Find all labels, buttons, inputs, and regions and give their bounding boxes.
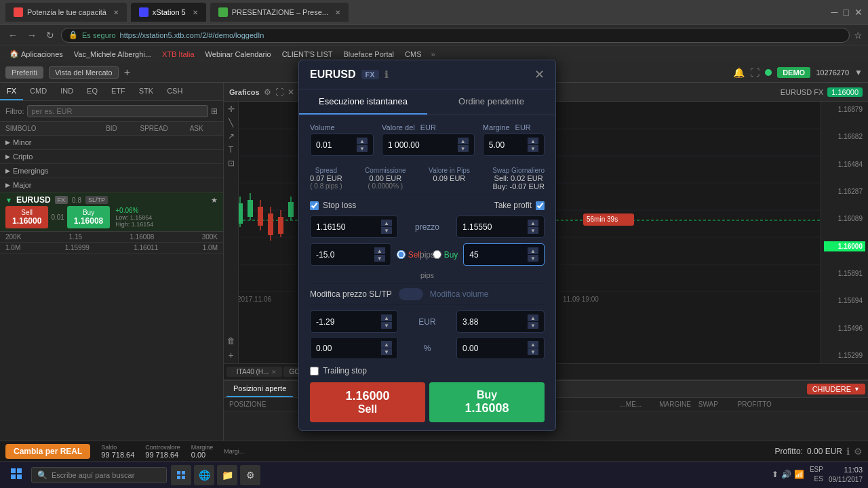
measure-tool[interactable]: ⊡ bbox=[228, 159, 235, 168]
crosshair-tool[interactable]: ✛ bbox=[228, 104, 235, 114]
tab2-close[interactable]: ✕ bbox=[193, 9, 198, 16]
tp-pips-value[interactable] bbox=[469, 250, 517, 260]
task-icon-2[interactable]: 🌐 bbox=[194, 465, 214, 485]
bm-xtb[interactable]: XTB Italia bbox=[158, 49, 199, 60]
filter-input[interactable] bbox=[27, 105, 209, 117]
account-dropdown[interactable]: ▼ bbox=[854, 68, 863, 77]
tp-down[interactable]: ▼ bbox=[528, 227, 538, 234]
tp-pips-spinner[interactable]: ▲ ▼ bbox=[528, 247, 538, 262]
sl-value-input[interactable] bbox=[316, 222, 370, 232]
tab-2[interactable]: xStation 5 ✕ bbox=[131, 3, 206, 22]
address-bar[interactable]: 🔒 Es seguro https://xstation5.xtb.com/2/… bbox=[61, 28, 850, 43]
sl-price-input[interactable]: ▲ ▼ bbox=[310, 216, 398, 238]
volume-control[interactable]: ▲ ▼ bbox=[310, 134, 374, 156]
tp-pips-down[interactable]: ▼ bbox=[528, 255, 538, 262]
expand-arrow[interactable]: ▼ bbox=[5, 197, 12, 204]
volume-input[interactable] bbox=[316, 140, 357, 150]
eur1-down[interactable]: ▼ bbox=[381, 322, 392, 329]
sl-pips-input[interactable]: ▲ ▼ bbox=[310, 243, 391, 266]
taskbar-search[interactable]: 🔍 Escribe aquí para buscar bbox=[31, 467, 167, 483]
sl-down[interactable]: ▼ bbox=[381, 227, 392, 234]
buy-radio-label[interactable]: Buy bbox=[433, 250, 458, 260]
buy-button[interactable]: Buy 1.16008 bbox=[67, 206, 110, 228]
tray-icon-2[interactable]: 🔊 bbox=[781, 470, 791, 479]
tp-pips-up[interactable]: ▲ bbox=[528, 247, 538, 254]
tp-up[interactable]: ▲ bbox=[528, 220, 538, 226]
tray-icon-3[interactable]: 📶 bbox=[794, 470, 804, 479]
margine-up[interactable]: ▲ bbox=[528, 138, 538, 144]
eur-input-1[interactable]: ▲ ▼ bbox=[310, 310, 398, 333]
sl-spinner[interactable]: ▲ ▼ bbox=[381, 220, 392, 234]
volume-spinner[interactable]: ▲ ▼ bbox=[357, 138, 368, 152]
valore-up[interactable]: ▲ bbox=[458, 138, 469, 144]
volume-up[interactable]: ▲ bbox=[357, 138, 368, 144]
margine-control[interactable]: ▲ ▼ bbox=[483, 134, 545, 156]
fullscreen-icon[interactable]: ⛶ bbox=[750, 67, 760, 78]
bm-blueface[interactable]: Blueface Portal bbox=[339, 49, 398, 60]
sl-up[interactable]: ▲ bbox=[381, 220, 392, 226]
tab-3[interactable]: PRESENTAZIONE – Prese... ✕ bbox=[210, 3, 349, 22]
eur2-down[interactable]: ▼ bbox=[528, 322, 538, 329]
bm-clients[interactable]: CLIENT'S LIST bbox=[278, 49, 337, 60]
reload-btn[interactable]: ↻ bbox=[43, 28, 57, 42]
close-all-button[interactable]: CHIUDERE ▼ bbox=[807, 384, 865, 394]
pct-input-1[interactable]: ▲ ▼ bbox=[310, 337, 398, 359]
tp-spinner[interactable]: ▲ ▼ bbox=[528, 220, 538, 234]
group-cripto[interactable]: ▶ Cripto bbox=[0, 150, 223, 164]
group-minor[interactable]: ▶ Minor bbox=[0, 136, 223, 150]
pct2-spinner[interactable]: ▲ ▼ bbox=[528, 341, 538, 355]
preferiti-tab[interactable]: Preferiti bbox=[5, 66, 43, 79]
real-account-button[interactable]: Cambia per REAL bbox=[5, 444, 90, 459]
modal-tab-ordine[interactable]: Ordine pendente bbox=[427, 89, 555, 115]
pct2-up[interactable]: ▲ bbox=[528, 341, 538, 348]
close-btn[interactable]: ✕ bbox=[854, 7, 863, 18]
sell-radio-label[interactable]: Sell bbox=[397, 250, 422, 260]
eur2-spinner[interactable]: ▲ ▼ bbox=[528, 314, 538, 329]
plus-tool[interactable]: + bbox=[228, 350, 233, 361]
bookmarks-more[interactable]: » bbox=[431, 50, 435, 58]
profit-info-icon[interactable]: ℹ bbox=[846, 446, 850, 457]
notifications-icon[interactable]: 🔔 bbox=[733, 67, 745, 78]
valore-spinner[interactable]: ▲ ▼ bbox=[458, 138, 469, 152]
minimize-btn[interactable]: ─ bbox=[831, 7, 838, 18]
margine-spinner[interactable]: ▲ ▼ bbox=[528, 138, 538, 152]
arrow-tool[interactable]: ↗ bbox=[228, 131, 235, 141]
tp-pips-input[interactable]: ▲ ▼ bbox=[463, 243, 545, 266]
bm-webinar[interactable]: Webinar Calendario bbox=[201, 49, 275, 60]
tab-ind[interactable]: IND bbox=[54, 83, 80, 100]
tab-posizioni[interactable]: Posizioni aperte bbox=[226, 381, 293, 397]
text-tool[interactable]: T bbox=[229, 145, 233, 155]
maximize-btn[interactable]: □ bbox=[844, 7, 849, 18]
task-icon-4[interactable]: ⚙ bbox=[240, 465, 260, 485]
eurusd-add-btn[interactable]: · bbox=[232, 368, 234, 375]
bm-aplicaciones[interactable]: 🏠Aplicaciones bbox=[5, 48, 67, 60]
volume-down[interactable]: ▼ bbox=[357, 145, 368, 152]
tab-csh[interactable]: CSH bbox=[160, 83, 189, 100]
forward-btn[interactable]: → bbox=[24, 28, 39, 42]
valore-control[interactable]: ▲ ▼ bbox=[382, 134, 475, 156]
eur-input-2[interactable]: ▲ ▼ bbox=[456, 310, 545, 333]
group-major[interactable]: ▶ Major bbox=[0, 178, 223, 192]
tab3-close[interactable]: ✕ bbox=[335, 9, 340, 16]
chart-close-icon[interactable]: ✕ bbox=[288, 87, 294, 97]
task-icon-1[interactable] bbox=[171, 465, 191, 485]
tab-stk[interactable]: STK bbox=[132, 83, 160, 100]
valore-down[interactable]: ▼ bbox=[458, 145, 469, 152]
tab-cmd[interactable]: CMD bbox=[23, 83, 54, 100]
trailing-stop-checkbox[interactable] bbox=[310, 367, 319, 375]
group-emergings[interactable]: ▶ Emergings bbox=[0, 164, 223, 178]
close-dropdown-arrow[interactable]: ▼ bbox=[854, 386, 860, 392]
valore-input[interactable] bbox=[388, 140, 442, 150]
margine-down[interactable]: ▼ bbox=[528, 145, 538, 152]
tab-etf[interactable]: ETF bbox=[104, 83, 132, 100]
modal-tab-esecuzione[interactable]: Esecuzione istantanea bbox=[299, 89, 427, 115]
pct-value-1[interactable] bbox=[316, 344, 363, 353]
start-button[interactable] bbox=[5, 466, 27, 484]
modify-toggle[interactable] bbox=[399, 288, 423, 300]
star-icon[interactable]: ★ bbox=[211, 196, 218, 205]
margine-input[interactable] bbox=[489, 140, 516, 150]
trailing-stop-label[interactable]: Trailing stop bbox=[310, 366, 367, 375]
pct1-spinner[interactable]: ▲ ▼ bbox=[381, 341, 392, 355]
bm-cms[interactable]: CMS bbox=[401, 49, 425, 60]
bm-vac[interactable]: Vac_Michele Alberghi... bbox=[70, 49, 155, 60]
